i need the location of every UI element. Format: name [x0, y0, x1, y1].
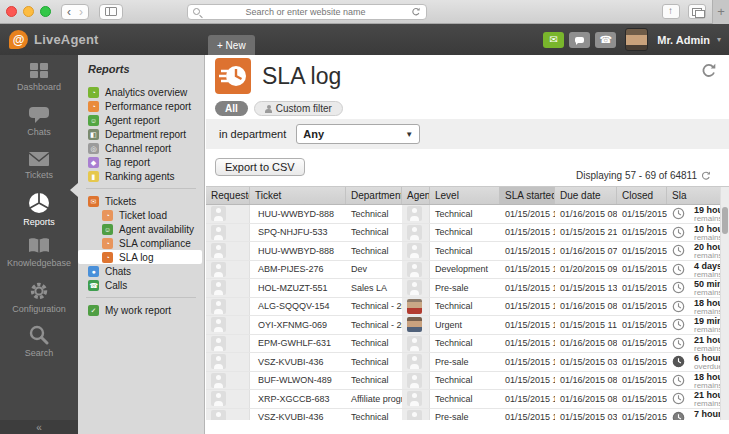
- column-header-sla-started[interactable]: SLA started: [500, 187, 555, 204]
- table-body: HUU-WWBYD-888 Technical Technical 01/15/…: [206, 205, 729, 420]
- reports-menu-item[interactable]: ◔ Performance report: [78, 99, 202, 113]
- table-row[interactable]: VSZ-KVUBI-436 Technical Pre-sale 01/15/2…: [206, 353, 729, 372]
- back-button[interactable]: ‹: [67, 5, 71, 19]
- closed-cell: 01/15/2015 12:0: [617, 205, 667, 223]
- reports-menu-item[interactable]: ◔ SLA log: [78, 250, 202, 264]
- requester-cell: [206, 409, 250, 421]
- column-header-level[interactable]: Level: [430, 187, 500, 204]
- column-header-closed[interactable]: Closed: [617, 187, 667, 204]
- requester-avatar: [211, 317, 226, 332]
- column-header-department[interactable]: Department: [346, 187, 402, 204]
- table-row[interactable]: HUU-WWBYD-888 Technical Technical 01/15/…: [206, 242, 729, 261]
- new-tab-button[interactable]: +: [712, 0, 729, 24]
- menu-item-icon: ◔: [88, 101, 99, 112]
- requester-cell: [206, 298, 250, 316]
- reports-menu-item[interactable]: ◔ SLA compliance: [78, 236, 202, 250]
- due-date-cell: 01/16/2015 08:0: [555, 298, 617, 316]
- user-avatar[interactable]: [625, 28, 648, 51]
- reload-icon[interactable]: [411, 7, 421, 17]
- reports-menu-item[interactable]: ◎ Channel report: [78, 141, 202, 155]
- new-ticket-button[interactable]: + New: [208, 35, 255, 55]
- reports-menu-item[interactable]: ● Chats: [78, 264, 202, 278]
- agent-avatar: [407, 206, 422, 221]
- table-row[interactable]: HUU-WWBYD-888 Technical Technical 01/15/…: [206, 205, 729, 224]
- chat-bubble-icon[interactable]: [569, 32, 590, 48]
- menu-item-label: Performance report: [105, 101, 191, 112]
- search-icon: [28, 325, 50, 345]
- phone-icon[interactable]: ☎: [595, 32, 616, 48]
- table-scrollbar[interactable]: [720, 187, 729, 420]
- sidebar-item-tickets[interactable]: Tickets: [0, 143, 78, 187]
- reports-menu-item[interactable]: ◧ Department report: [78, 127, 202, 141]
- requester-avatar: [211, 354, 226, 369]
- menu-item-label: Tag report: [105, 157, 150, 168]
- export-csv-button[interactable]: Export to CSV: [215, 158, 305, 176]
- table-row[interactable]: HOL-MZUZT-551 Sales LA Pre-sale 01/15/20…: [206, 279, 729, 298]
- department-cell: Sales LA: [346, 279, 402, 297]
- table-row[interactable]: BUF-WLWON-489 Technical Technical 01/15/…: [206, 372, 729, 391]
- sla-started-cell: 01/15/2015 10:0: [500, 372, 555, 390]
- column-header-agent[interactable]: Agent: [402, 187, 430, 204]
- share-icon[interactable]: [662, 4, 680, 19]
- menu-item-label: Ticket load: [119, 210, 167, 221]
- forward-button[interactable]: ›: [79, 5, 83, 19]
- minimize-window-button[interactable]: [23, 6, 34, 17]
- reports-menu-item[interactable]: ✓ My work report: [78, 303, 202, 317]
- sla-started-cell: 01/15/2015 10:0: [500, 353, 555, 371]
- column-header-due-date[interactable]: Due date: [555, 187, 617, 204]
- department-select[interactable]: Any ▼: [296, 124, 420, 144]
- sidebar-item-search[interactable]: Search: [0, 319, 78, 363]
- reload-list-icon[interactable]: [701, 171, 711, 181]
- sidebar-item-dashboard[interactable]: Dashboard: [0, 55, 78, 99]
- reports-menu-item[interactable]: ◔ Ticket load: [78, 208, 202, 222]
- column-header-requester[interactable]: Requester: [206, 187, 250, 204]
- department-cell: Technical - 2nd: [346, 316, 402, 334]
- requester-avatar: [211, 336, 226, 351]
- sidebar-toggle-icon[interactable]: [105, 7, 117, 16]
- liveagent-logo-icon: @: [9, 30, 28, 49]
- column-header-sla[interactable]: Sla: [667, 187, 689, 204]
- address-bar[interactable]: [187, 4, 427, 20]
- table-row[interactable]: ABM-PIJES-276 Dev Development 01/15/2015…: [206, 261, 729, 280]
- table-row[interactable]: ALG-SQQQV-154 Technical - 2nd Technical …: [206, 298, 729, 317]
- tab-overview-icon[interactable]: [688, 4, 706, 19]
- scrollbar-thumb[interactable]: [722, 207, 728, 234]
- sla-started-cell: 01/15/2015 11:0: [500, 261, 555, 279]
- address-input[interactable]: [204, 7, 407, 17]
- user-menu-caret-icon[interactable]: ▾: [717, 35, 721, 44]
- reports-menu-item[interactable]: ☎ Calls: [78, 278, 202, 292]
- table-row[interactable]: SPQ-NHJFU-533 Technical Technical 01/15/…: [206, 224, 729, 243]
- collapse-sidebar-button[interactable]: «: [0, 420, 78, 434]
- custom-filter-button[interactable]: Custom filter: [254, 101, 343, 116]
- agent-cell: [402, 261, 430, 279]
- department-cell: Affiliate program: [346, 390, 402, 408]
- sla-started-cell: 01/15/2015 10:0: [500, 298, 555, 316]
- ticket-cell: BUF-WLWON-489: [250, 372, 346, 390]
- reports-menu-item[interactable]: ✉ Tickets: [78, 194, 202, 208]
- reports-menu-item[interactable]: ▮ Ranking agents: [78, 169, 202, 183]
- zoom-window-button[interactable]: [40, 6, 51, 17]
- menu-item-icon: ◔: [102, 238, 113, 249]
- reports-menu-item[interactable]: ☺ Agent availability: [78, 222, 202, 236]
- sla-started-cell: 01/15/2015 11:0: [500, 205, 555, 223]
- sidebar-item-knowledgebase[interactable]: Knowledgebase: [0, 231, 78, 275]
- closed-cell: 01/15/2015 12:0: [617, 279, 667, 297]
- sla-started-cell: 01/15/2015 11:0: [500, 224, 555, 242]
- reports-menu-item[interactable]: ☺ Agent report: [78, 113, 202, 127]
- refresh-icon[interactable]: [701, 63, 717, 79]
- table-row[interactable]: OYI-XFNMG-069 Technical - 2nd Urgent 01/…: [206, 316, 729, 335]
- column-header-ticket[interactable]: Ticket: [250, 187, 346, 204]
- reports-menu-item[interactable]: ◆ Tag report: [78, 155, 202, 169]
- close-window-button[interactable]: [6, 6, 17, 17]
- table-row[interactable]: EPM-GWHLF-631 Technical Technical 01/15/…: [206, 335, 729, 354]
- sidebar-item-reports[interactable]: Reports: [0, 187, 78, 231]
- sidebar-item-configuration[interactable]: Configuration: [0, 275, 78, 319]
- mail-icon[interactable]: ✉: [543, 32, 564, 48]
- reports-menu-item[interactable]: ◔ Analytics overview: [78, 85, 202, 99]
- filter-all-button[interactable]: All: [215, 101, 248, 116]
- table-row[interactable]: VSZ-KVUBI-436 Technical Pre-sale 01/15/2…: [206, 409, 729, 421]
- sidebar-item-chats[interactable]: Chats: [0, 99, 78, 143]
- user-name[interactable]: Mr. Admin: [657, 34, 710, 46]
- table-row[interactable]: XRP-XGCCB-683 Affiliate program Technica…: [206, 390, 729, 409]
- liveagent-logo[interactable]: @ LiveAgent: [0, 30, 99, 49]
